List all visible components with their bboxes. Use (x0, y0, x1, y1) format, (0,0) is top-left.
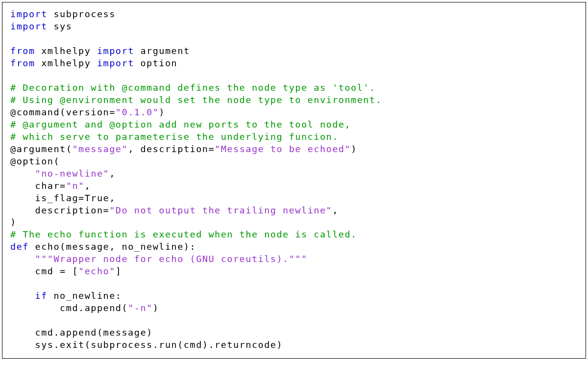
code-listing: import subprocess import sys from xmlhel… (2, 2, 586, 359)
code-text: description= (10, 205, 109, 215)
code-text: cmd.append(message) (10, 327, 153, 338)
code-text: sys (48, 21, 73, 31)
string-literal: "n" (66, 181, 85, 191)
code-text (10, 290, 35, 301)
code-text: , description= (128, 144, 215, 154)
keyword-import: import (97, 58, 134, 68)
docstring: """Wrapper node for echo (GNU coreutils)… (35, 254, 308, 264)
comment: # Using @environment would set the node … (10, 95, 382, 105)
code-content: import subprocess import sys from xmlhel… (10, 8, 578, 351)
code-text: xmlhelpy (35, 58, 97, 68)
code-text: ) (159, 107, 165, 117)
comment: # which serve to parameterise the underl… (10, 131, 339, 142)
code-text (10, 168, 35, 179)
code-text: cmd = [ (10, 266, 78, 276)
string-literal: "0.1.0" (116, 107, 159, 117)
code-text (10, 254, 35, 264)
string-literal: "message" (72, 144, 128, 154)
keyword-from: from (10, 46, 35, 56)
string-literal: "Message to be echoed" (215, 144, 351, 154)
code-text: @command(version= (10, 107, 116, 117)
code-text: sys.exit(subprocess.run(cmd).returncode) (10, 340, 283, 350)
keyword-import: import (10, 21, 48, 31)
string-literal: "echo" (78, 266, 116, 276)
code-text: ) (10, 217, 17, 227)
code-text: option (134, 58, 177, 68)
code-text: ) (351, 144, 357, 154)
code-text: argument (134, 46, 190, 56)
code-text: @option( (10, 156, 60, 166)
code-text: ] (116, 266, 122, 276)
code-text: ) (153, 303, 159, 313)
code-text: @argument( (10, 144, 72, 154)
string-literal: "Do not output the trailing newline" (109, 205, 332, 215)
keyword-import: import (10, 9, 48, 19)
string-literal: "no-newline" (35, 168, 110, 179)
code-text: , (332, 205, 339, 215)
keyword-import: import (97, 46, 134, 56)
code-text: subprocess (48, 9, 116, 19)
code-text: , (109, 168, 116, 179)
code-text: echo(message, no_newline): (29, 241, 196, 252)
code-text: cmd.append( (10, 303, 128, 313)
code-text: xmlhelpy (35, 46, 97, 56)
keyword-from: from (10, 58, 35, 68)
keyword-if: if (35, 290, 48, 301)
code-text: , (85, 181, 91, 191)
code-text: char= (10, 181, 66, 191)
comment: # @argument and @option add new ports to… (10, 119, 351, 130)
code-text: is_flag=True, (10, 193, 116, 203)
comment: # The echo function is executed when the… (10, 229, 357, 239)
keyword-def: def (10, 241, 29, 252)
code-text: no_newline: (48, 290, 122, 301)
comment: # Decoration with @command defines the n… (10, 82, 376, 93)
string-literal: "-n" (128, 303, 153, 313)
